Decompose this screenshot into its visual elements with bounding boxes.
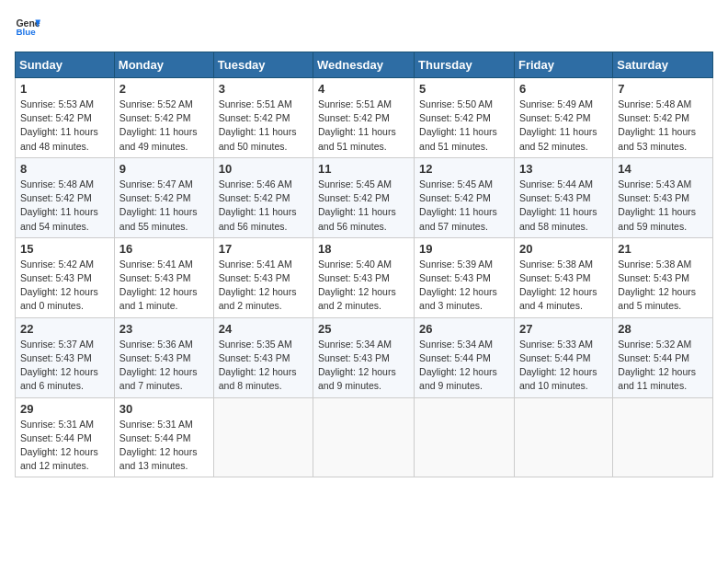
day-detail: Sunrise: 5:51 AMSunset: 5:42 PMDaylight:… [318,98,396,152]
calendar-cell: 11 Sunrise: 5:45 AMSunset: 5:42 PMDaylig… [313,157,415,237]
day-number: 20 [519,242,608,256]
day-detail: Sunrise: 5:44 AMSunset: 5:43 PMDaylight:… [519,178,597,232]
day-detail: Sunrise: 5:34 AMSunset: 5:43 PMDaylight:… [318,339,396,392]
calendar-cell [514,397,612,477]
weekday-header-row: SundayMondayTuesdayWednesdayThursdayFrid… [16,52,713,78]
day-number: 25 [318,322,409,336]
day-detail: Sunrise: 5:52 AMSunset: 5:42 PMDaylight:… [119,98,198,152]
day-number: 12 [419,162,509,176]
day-number: 22 [20,322,109,336]
day-detail: Sunrise: 5:37 AMSunset: 5:43 PMDaylight:… [20,339,98,392]
day-detail: Sunrise: 5:39 AMSunset: 5:43 PMDaylight:… [419,259,497,312]
calendar-cell: 30 Sunrise: 5:31 AMSunset: 5:44 PMDaylig… [114,397,213,477]
day-detail: Sunrise: 5:31 AMSunset: 5:44 PMDaylight:… [20,419,98,472]
calendar-cell: 19 Sunrise: 5:39 AMSunset: 5:43 PMDaylig… [415,237,515,317]
page-header: General Blue [15,15,713,40]
day-detail: Sunrise: 5:48 AMSunset: 5:42 PMDaylight:… [618,98,696,152]
day-number: 13 [519,162,608,176]
calendar-cell: 25 Sunrise: 5:34 AMSunset: 5:43 PMDaylig… [313,317,415,397]
calendar-cell: 13 Sunrise: 5:44 AMSunset: 5:43 PMDaylig… [514,157,612,237]
day-number: 29 [20,402,109,416]
day-detail: Sunrise: 5:45 AMSunset: 5:42 PMDaylight:… [318,178,396,232]
calendar-cell: 14 Sunrise: 5:43 AMSunset: 5:43 PMDaylig… [613,157,713,237]
calendar-week-row: 22 Sunrise: 5:37 AMSunset: 5:43 PMDaylig… [16,317,713,397]
day-number: 28 [618,322,708,336]
calendar-cell: 27 Sunrise: 5:33 AMSunset: 5:44 PMDaylig… [514,317,612,397]
calendar-cell: 10 Sunrise: 5:46 AMSunset: 5:42 PMDaylig… [213,157,313,237]
calendar-week-row: 15 Sunrise: 5:42 AMSunset: 5:43 PMDaylig… [16,237,713,317]
day-number: 4 [318,82,409,96]
calendar-cell: 24 Sunrise: 5:35 AMSunset: 5:43 PMDaylig… [213,317,313,397]
day-number: 19 [419,242,509,256]
day-detail: Sunrise: 5:50 AMSunset: 5:42 PMDaylight:… [419,98,497,152]
day-number: 14 [618,162,708,176]
calendar-cell: 28 Sunrise: 5:32 AMSunset: 5:44 PMDaylig… [613,317,713,397]
day-detail: Sunrise: 5:43 AMSunset: 5:43 PMDaylight:… [618,178,696,232]
calendar-cell: 1 Sunrise: 5:53 AMSunset: 5:42 PMDayligh… [16,78,115,158]
day-detail: Sunrise: 5:45 AMSunset: 5:42 PMDaylight:… [419,178,497,232]
day-detail: Sunrise: 5:51 AMSunset: 5:42 PMDaylight:… [219,98,297,152]
calendar-cell [313,397,415,477]
day-number: 11 [318,162,409,176]
day-detail: Sunrise: 5:33 AMSunset: 5:44 PMDaylight:… [519,339,597,392]
weekday-header-sunday: Sunday [16,52,115,78]
day-detail: Sunrise: 5:42 AMSunset: 5:43 PMDaylight:… [20,259,98,312]
calendar-cell: 4 Sunrise: 5:51 AMSunset: 5:42 PMDayligh… [313,78,415,158]
calendar-cell: 8 Sunrise: 5:48 AMSunset: 5:42 PMDayligh… [16,157,115,237]
calendar-cell: 6 Sunrise: 5:49 AMSunset: 5:42 PMDayligh… [514,78,612,158]
day-detail: Sunrise: 5:49 AMSunset: 5:42 PMDaylight:… [519,98,597,152]
calendar-cell: 21 Sunrise: 5:38 AMSunset: 5:43 PMDaylig… [613,237,713,317]
day-detail: Sunrise: 5:41 AMSunset: 5:43 PMDaylight:… [119,259,198,312]
day-number: 15 [20,242,109,256]
day-detail: Sunrise: 5:40 AMSunset: 5:43 PMDaylight:… [318,259,396,312]
day-number: 1 [20,82,109,96]
calendar-cell: 29 Sunrise: 5:31 AMSunset: 5:44 PMDaylig… [16,397,115,477]
calendar-cell: 3 Sunrise: 5:51 AMSunset: 5:42 PMDayligh… [213,78,313,158]
day-number: 16 [119,242,209,256]
day-number: 26 [419,322,509,336]
weekday-header-saturday: Saturday [613,52,713,78]
day-number: 5 [419,82,509,96]
day-detail: Sunrise: 5:31 AMSunset: 5:44 PMDaylight:… [119,419,198,472]
logo-icon: General Blue [15,15,40,40]
calendar-cell: 5 Sunrise: 5:50 AMSunset: 5:42 PMDayligh… [415,78,515,158]
day-detail: Sunrise: 5:53 AMSunset: 5:42 PMDaylight:… [20,98,98,152]
calendar-cell: 12 Sunrise: 5:45 AMSunset: 5:42 PMDaylig… [415,157,515,237]
logo: General Blue [15,15,40,40]
weekday-header-thursday: Thursday [415,52,515,78]
day-detail: Sunrise: 5:48 AMSunset: 5:42 PMDaylight:… [20,178,98,232]
day-detail: Sunrise: 5:47 AMSunset: 5:42 PMDaylight:… [119,178,198,232]
day-detail: Sunrise: 5:36 AMSunset: 5:43 PMDaylight:… [119,339,198,392]
calendar-week-row: 1 Sunrise: 5:53 AMSunset: 5:42 PMDayligh… [16,78,713,158]
calendar-cell: 16 Sunrise: 5:41 AMSunset: 5:43 PMDaylig… [114,237,213,317]
day-number: 21 [618,242,708,256]
calendar-cell [613,397,713,477]
day-detail: Sunrise: 5:32 AMSunset: 5:44 PMDaylight:… [618,339,696,392]
day-number: 7 [618,82,708,96]
day-number: 2 [119,82,209,96]
calendar-cell: 23 Sunrise: 5:36 AMSunset: 5:43 PMDaylig… [114,317,213,397]
calendar-cell: 15 Sunrise: 5:42 AMSunset: 5:43 PMDaylig… [16,237,115,317]
calendar-cell [415,397,515,477]
day-detail: Sunrise: 5:35 AMSunset: 5:43 PMDaylight:… [219,339,297,392]
calendar-cell: 18 Sunrise: 5:40 AMSunset: 5:43 PMDaylig… [313,237,415,317]
day-number: 9 [119,162,209,176]
weekday-header-wednesday: Wednesday [313,52,415,78]
day-number: 18 [318,242,409,256]
day-number: 8 [20,162,109,176]
weekday-header-friday: Friday [514,52,612,78]
day-number: 27 [519,322,608,336]
calendar-cell [213,397,313,477]
svg-text:Blue: Blue [16,27,36,37]
calendar-cell: 7 Sunrise: 5:48 AMSunset: 5:42 PMDayligh… [613,78,713,158]
day-detail: Sunrise: 5:46 AMSunset: 5:42 PMDaylight:… [219,178,297,232]
day-number: 30 [119,402,209,416]
day-number: 6 [519,82,608,96]
calendar-week-row: 8 Sunrise: 5:48 AMSunset: 5:42 PMDayligh… [16,157,713,237]
day-number: 10 [219,162,308,176]
calendar-cell: 20 Sunrise: 5:38 AMSunset: 5:43 PMDaylig… [514,237,612,317]
day-number: 23 [119,322,209,336]
calendar-cell: 9 Sunrise: 5:47 AMSunset: 5:42 PMDayligh… [114,157,213,237]
calendar-table: SundayMondayTuesdayWednesdayThursdayFrid… [15,52,713,477]
weekday-header-tuesday: Tuesday [213,52,313,78]
